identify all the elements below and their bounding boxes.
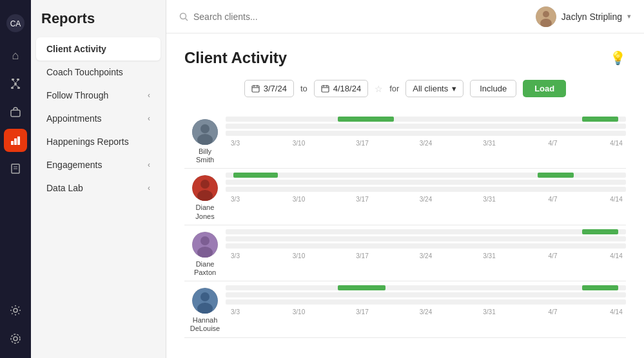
chart-lanes [226,229,626,250]
axis-label: 4/7 [543,140,563,147]
chart-lanes [226,117,626,137]
briefcase-nav-icon[interactable] [4,100,27,124]
org-nav-icon[interactable] [4,72,27,95]
top-bar: Jaclyn Stripling ▾ [166,0,644,33]
user-avatar [536,6,556,27]
sidebar-item-label: Appointments [46,113,102,124]
axis-label: 3/3 [226,140,245,147]
client-avatar-col: BillySmith [184,117,226,164]
axis-label: 3/24 [416,252,436,259]
svg-rect-13 [14,138,17,145]
sidebar-item-label: Client Activity [46,44,106,54]
chart-lane [226,229,626,234]
chart-axis: 3/3 3/10 3/17 3/24 3/31 4/7 4/14 [226,250,626,259]
client-avatar-col: DianePaxton [184,229,226,277]
date-to-input[interactable]: 4/18/24 [314,80,368,97]
chart-col-diane-jones: 3/3 3/10 3/17 3/24 3/31 4/7 4/14 [226,173,626,203]
page-title: Client Activity [184,49,287,67]
axis-label: 3/24 [416,308,436,316]
avatar-hannah [192,288,218,314]
avatar-diane-paxton [192,232,218,258]
search-input[interactable] [193,12,322,22]
chart-bar [233,173,277,178]
avatar-billy [192,119,218,145]
sidebar-item-follow-through[interactable]: Follow Through ‹ [36,84,161,107]
content-area: Client Activity 💡 3/7/24 to [166,33,644,358]
chart-bar [582,117,618,122]
svg-point-19 [14,337,17,341]
client-name-hannah: HannahDeLouise [190,316,220,333]
chart-lane [226,243,626,249]
sidebar-item-coach-touchpoints[interactable]: Coach Touchpoints [36,61,161,84]
home-nav-icon[interactable]: ⌂ [4,44,27,67]
avatar-diane-jones [192,175,218,201]
chart-lane [226,292,626,297]
axis-label: 3/3 [226,252,245,259]
chart-lane [226,173,626,178]
chart-col-billy: 3/3 3/10 3/17 3/24 3/31 4/7 4/14 [226,117,626,147]
axis-label: 3/31 [480,252,499,259]
sidebar-item-engagements[interactable]: Engagements ‹ [36,153,161,176]
gear-nav-icon[interactable] [4,327,27,350]
svg-line-8 [15,80,18,83]
client-name-diane-jones: DianeJones [195,203,214,220]
svg-rect-26 [252,86,259,92]
svg-point-24 [543,11,549,17]
chart-bar [538,173,574,178]
to-label: to [300,84,307,93]
axis-label: 4/7 [543,252,563,259]
star-icon[interactable]: ☆ [375,84,383,94]
settings-nav-icon[interactable] [4,299,27,322]
axis-label: 3/31 [480,140,499,147]
main-area: Jaclyn Stripling ▾ Client Activity 💡 3/7… [166,0,644,358]
load-button[interactable]: Load [523,80,566,97]
user-area[interactable]: Jaclyn Stripling ▾ [536,6,631,27]
clients-select[interactable]: All clients ▾ [405,80,463,97]
client-row-billy: BillySmith 3/3 3/10 3/17 [184,113,626,169]
search-icon [179,12,188,21]
chart-lane [226,180,626,185]
clients-value: All clients [413,84,448,93]
user-name: Jaclyn Stripling [561,12,622,22]
sidebar-item-label: Engagements [46,160,102,170]
svg-point-20 [11,334,20,343]
axis-label: 4/7 [543,196,563,203]
chart-bar [582,229,618,234]
chart-col-hannah: 3/3 3/10 3/17 3/24 3/31 4/7 4/14 [226,285,626,316]
svg-point-21 [181,13,186,19]
chart-col-diane-paxton: 3/3 3/10 3/17 3/24 3/31 4/7 4/14 [226,229,626,259]
content-header: Client Activity 💡 [184,49,626,67]
axis-label: 4/7 [543,308,563,316]
axis-label: 3/24 [416,196,436,203]
axis-label: 3/10 [289,196,309,203]
axis-label: 3/3 [226,196,245,203]
search-box [179,12,528,22]
svg-point-18 [14,308,17,312]
sidebar-item-appointments[interactable]: Appointments ‹ [36,107,161,130]
book-nav-icon[interactable] [4,157,27,180]
sidebar-item-client-activity[interactable]: Client Activity [36,37,161,61]
date-from-input[interactable]: 3/7/24 [244,80,294,97]
chart-area: BillySmith 3/3 3/10 3/17 [184,113,626,338]
axis-label: 4/14 [607,196,626,203]
chart-nav-icon[interactable] [4,129,27,152]
svg-point-38 [200,180,210,189]
chart-axis: 3/3 3/10 3/17 3/24 3/31 4/7 4/14 [226,137,626,147]
bulb-icon[interactable]: 💡 [610,50,626,66]
axis-label: 3/17 [353,196,372,203]
axis-label: 3/10 [289,308,309,316]
chart-bar [338,285,386,290]
svg-rect-14 [17,137,20,145]
sidebar-item-data-lab[interactable]: Data Lab ‹ [36,176,161,200]
client-avatar-col: DianeJones [184,173,226,220]
svg-rect-11 [11,110,20,117]
axis-label: 4/14 [607,308,626,316]
sidebar-item-happenings[interactable]: Happenings Reports [36,130,161,153]
include-button[interactable]: Include [470,80,516,97]
sidebar-item-label: Follow Through [46,90,108,100]
filter-bar: 3/7/24 to 4/18/24 ☆ for All clients ▾ In… [184,80,626,97]
logo-icon: CA [5,13,26,33]
svg-point-35 [200,124,210,133]
svg-rect-6 [17,87,20,89]
nav-bar: CA ⌂ [0,0,31,358]
